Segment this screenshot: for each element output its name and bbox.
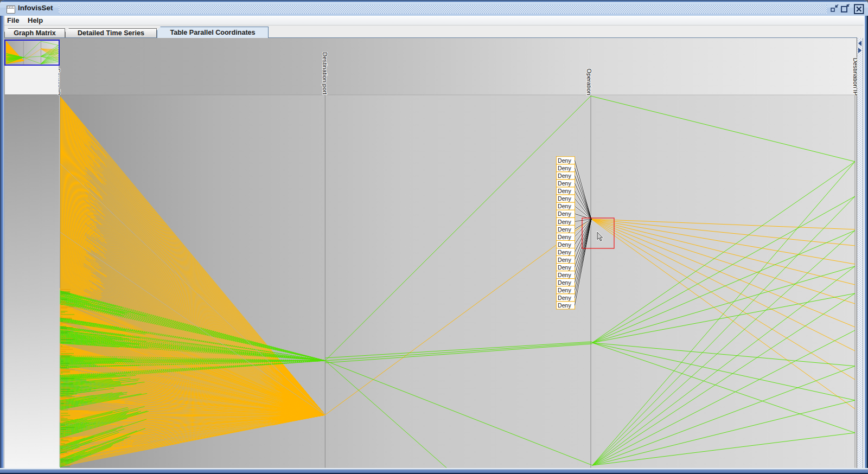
svg-text:Deny: Deny — [558, 172, 571, 179]
svg-text:Deny: Deny — [558, 279, 571, 286]
svg-text:Deny: Deny — [558, 210, 571, 217]
svg-text:Deny: Deny — [558, 195, 571, 202]
svg-text:Deny: Deny — [558, 264, 571, 271]
svg-text:Deny: Deny — [558, 287, 571, 293]
svg-text:Deny: Deny — [558, 157, 571, 164]
svg-text:Deny: Deny — [558, 241, 571, 248]
svg-text:Deny: Deny — [558, 249, 571, 255]
svg-text:Deny: Deny — [558, 294, 571, 301]
svg-text:Deny: Deny — [558, 302, 571, 309]
svg-text:Deny: Deny — [558, 180, 571, 187]
svg-text:Deny: Deny — [558, 257, 571, 263]
svg-text:Deny: Deny — [558, 226, 571, 233]
svg-text:Operation: Operation — [586, 69, 592, 95]
svg-text:Destination port: Destination port — [322, 52, 328, 95]
svg-text:Deny: Deny — [558, 188, 571, 194]
svg-text:Deny: Deny — [558, 219, 571, 225]
svg-text:Deny: Deny — [558, 272, 571, 278]
svg-text:Deny: Deny — [558, 234, 571, 240]
svg-text:Deny: Deny — [558, 203, 571, 209]
svg-text:Deny: Deny — [558, 165, 571, 171]
